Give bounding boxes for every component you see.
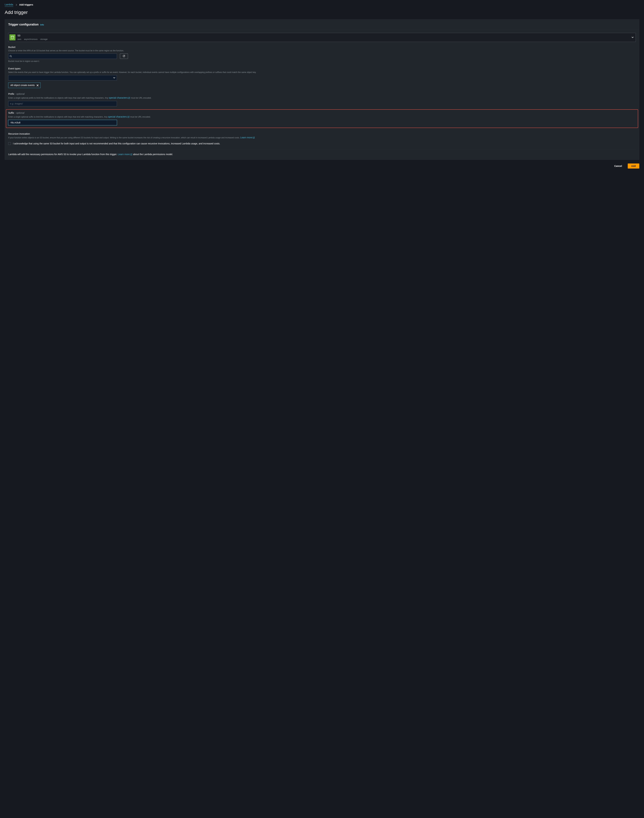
recursive-group: Recursive invocation If your function wr…	[8, 132, 636, 146]
prefix-label: Prefix - optional	[8, 92, 636, 96]
panel-header: Trigger configuration Info	[5, 20, 639, 29]
search-icon	[9, 55, 12, 57]
external-link-icon	[127, 116, 130, 118]
event-type-chip: All object create events	[8, 83, 41, 88]
source-title: S3	[17, 34, 630, 37]
breadcrumb: Lambda Add triggers	[5, 3, 639, 7]
suffix-description: Enter a single optional suffix to limit …	[8, 115, 636, 119]
bucket-label: Bucket	[8, 46, 636, 49]
s3-bucket-icon	[9, 34, 15, 40]
bucket-hint: Bucket must be in region us-east-1	[8, 60, 636, 63]
chip-label: All object create events	[11, 84, 35, 87]
suffix-label: Suffix - optional	[8, 111, 636, 115]
svg-point-0	[10, 55, 11, 57]
page-title: Add trigger	[5, 9, 639, 15]
bucket-description: Choose or enter the ARN of an S3 bucket …	[8, 49, 636, 52]
learn-more-link[interactable]: Learn more	[240, 136, 255, 139]
event-types-group: Event types Select the events that you w…	[8, 67, 636, 88]
caret-down-icon	[632, 36, 633, 39]
suffix-highlight: Suffix - optional Enter a single optiona…	[6, 109, 638, 128]
source-tag: aws	[17, 38, 21, 41]
source-tag: asynchronous	[24, 38, 38, 41]
cancel-button[interactable]: Cancel	[611, 164, 626, 169]
bucket-group: Bucket Choose or enter the ARN of an S3 …	[8, 46, 636, 63]
chevron-right-icon	[15, 4, 17, 6]
event-types-description: Select the events that you want to have …	[8, 71, 636, 74]
suffix-input[interactable]	[8, 120, 117, 125]
info-link[interactable]: Info	[40, 23, 44, 26]
external-link-icon	[130, 153, 132, 156]
trigger-config-panel: Trigger configuration Info S3 aws asynch…	[5, 19, 639, 160]
refresh-icon	[123, 55, 125, 58]
external-link-icon	[253, 136, 255, 139]
recursive-label: Recursive invocation	[8, 132, 636, 136]
refresh-button[interactable]	[120, 54, 128, 59]
remove-chip-icon[interactable]	[37, 84, 39, 87]
special-characters-link[interactable]: special characters	[109, 97, 130, 99]
permissions-note: Lambda will add the necessary permission…	[8, 152, 636, 156]
prefix-group: Prefix - optional Enter a single optiona…	[8, 92, 636, 106]
footer-actions: Cancel Add	[5, 164, 639, 169]
trigger-source-select[interactable]: S3 aws asynchronous storage	[8, 33, 636, 42]
add-button[interactable]: Add	[628, 164, 639, 169]
breadcrumb-root-link[interactable]: Lambda	[5, 3, 13, 7]
event-types-label: Event types	[8, 67, 636, 70]
acknowledge-label: I acknowledge that using the same S3 buc…	[13, 142, 220, 146]
learn-more-permissions-link[interactable]: Learn more	[118, 153, 132, 156]
bucket-input[interactable]	[8, 54, 117, 59]
prefix-input[interactable]	[8, 101, 117, 106]
panel-title: Trigger configuration	[8, 23, 38, 27]
event-types-select[interactable]	[8, 75, 117, 81]
breadcrumb-current: Add triggers	[19, 3, 33, 6]
prefix-description: Enter a single optional prefix to limit …	[8, 96, 636, 100]
special-characters-link[interactable]: special characters	[108, 115, 130, 118]
acknowledge-checkbox[interactable]	[8, 142, 11, 145]
source-tag: storage	[40, 38, 48, 41]
recursive-description: If your function writes objects to an S3…	[8, 136, 636, 139]
external-link-icon	[128, 97, 130, 99]
